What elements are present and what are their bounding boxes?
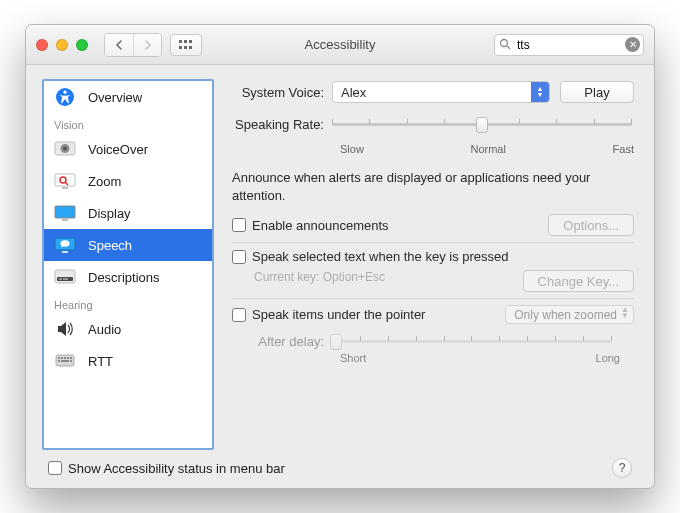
audio-icon (52, 318, 78, 340)
show-all-button[interactable] (170, 34, 202, 56)
sidebar-item-audio[interactable]: Audio (44, 313, 212, 345)
svg-point-6 (501, 39, 508, 46)
speaking-rate-slider[interactable] (332, 113, 632, 135)
svg-rect-27 (58, 357, 60, 359)
footer: Show Accessibility status in menu bar ? (42, 450, 638, 478)
svg-rect-33 (61, 360, 69, 362)
zoom-icon[interactable] (76, 39, 88, 51)
slider-thumb-icon[interactable] (476, 117, 488, 133)
help-button[interactable]: ? (612, 458, 632, 478)
options-button: Options... (548, 214, 634, 236)
rate-normal-label: Normal (470, 143, 505, 155)
svg-rect-5 (189, 46, 192, 49)
svg-rect-13 (55, 174, 75, 186)
enable-announcements-checkbox[interactable]: Enable announcements (232, 218, 389, 233)
svg-rect-32 (58, 360, 60, 362)
svg-rect-34 (70, 360, 72, 362)
back-button[interactable] (105, 34, 133, 56)
voiceover-icon (52, 138, 78, 160)
sidebar-item-label: Zoom (88, 174, 121, 189)
sidebar-item-label: Speech (88, 238, 132, 253)
search-wrap: ✕ (494, 34, 644, 56)
chevron-left-icon (115, 40, 124, 50)
checkbox-icon[interactable] (232, 218, 246, 232)
svg-rect-2 (189, 40, 192, 43)
sidebar-group-vision: Vision (44, 113, 212, 133)
play-button[interactable]: Play (560, 81, 634, 103)
svg-rect-3 (179, 46, 182, 49)
delay-long-label: Long (596, 352, 620, 364)
svg-rect-20 (62, 251, 68, 253)
system-voice-value: Alex (341, 85, 366, 100)
search-input[interactable] (494, 34, 644, 56)
sidebar-item-label: Overview (88, 90, 142, 105)
sidebar-group-hearing: Hearing (44, 293, 212, 313)
checkbox-icon[interactable] (232, 308, 246, 322)
rtt-icon (52, 350, 78, 372)
grid-icon (179, 40, 193, 50)
sidebar-item-zoom[interactable]: Zoom (44, 165, 212, 197)
change-key-button: Change Key... (523, 270, 634, 292)
sidebar-item-label: Audio (88, 322, 121, 337)
descriptions-icon (52, 266, 78, 288)
sidebar-item-rtt[interactable]: RTT (44, 345, 212, 377)
svg-rect-22 (55, 270, 75, 283)
rate-slow-label: Slow (340, 143, 364, 155)
separator (232, 298, 634, 299)
delay-short-label: Short (340, 352, 366, 364)
rate-fast-label: Fast (613, 143, 634, 155)
titlebar: Accessibility ✕ (26, 25, 654, 65)
sidebar-item-label: Display (88, 206, 131, 221)
svg-rect-17 (55, 206, 75, 218)
svg-rect-4 (184, 46, 187, 49)
settings-panel: System Voice: Alex ▲▼ Play Speaking Rate… (228, 79, 638, 450)
sidebar-item-descriptions[interactable]: Descriptions (44, 261, 212, 293)
checkbox-icon[interactable] (48, 461, 62, 475)
svg-rect-31 (70, 357, 72, 359)
nav-segment (104, 33, 162, 57)
show-status-checkbox[interactable]: Show Accessibility status in menu bar (48, 461, 285, 476)
svg-rect-28 (61, 357, 63, 359)
updown-icon: ▲▼ (531, 82, 549, 102)
sidebar-item-display[interactable]: Display (44, 197, 212, 229)
sidebar[interactable]: Overview Vision VoiceOver Zoom (42, 79, 214, 450)
clear-icon[interactable]: ✕ (625, 37, 640, 52)
question-icon: ? (619, 461, 626, 475)
speak-selected-checkbox[interactable]: Speak selected text when the key is pres… (232, 249, 509, 264)
svg-rect-30 (67, 357, 69, 359)
sidebar-item-speech[interactable]: Speech (44, 229, 212, 261)
speaking-rate-label: Speaking Rate: (232, 117, 332, 132)
sidebar-item-voiceover[interactable]: VoiceOver (44, 133, 212, 165)
after-delay-label: After delay: (232, 334, 332, 349)
checkbox-icon[interactable] (232, 250, 246, 264)
system-voice-popup[interactable]: Alex ▲▼ (332, 81, 550, 103)
close-icon[interactable] (36, 39, 48, 51)
chevron-right-icon (143, 40, 152, 50)
svg-rect-1 (184, 40, 187, 43)
speak-pointer-mode-select: Only when zoomed ▲▼ (505, 305, 634, 324)
minimize-icon[interactable] (56, 39, 68, 51)
updown-icon: ▲▼ (621, 307, 629, 319)
zoom-display-icon (52, 170, 78, 192)
after-delay-slider (332, 330, 612, 352)
sidebar-item-label: VoiceOver (88, 142, 148, 157)
speak-pointer-checkbox[interactable]: Speak items under the pointer (232, 307, 425, 322)
search-icon (499, 38, 511, 53)
announce-description: Announce when alerts are displayed or ap… (232, 169, 634, 204)
speech-icon (52, 234, 78, 256)
body: Overview Vision VoiceOver Zoom (26, 65, 654, 488)
separator (232, 242, 634, 243)
sidebar-item-overview[interactable]: Overview (44, 81, 212, 113)
sidebar-item-label: Descriptions (88, 270, 160, 285)
forward-button[interactable] (133, 34, 161, 56)
svg-rect-0 (179, 40, 182, 43)
svg-rect-25 (63, 279, 68, 280)
svg-point-9 (63, 91, 66, 94)
accessibility-icon (52, 86, 78, 108)
current-key-hint: Current key: Option+Esc (254, 270, 385, 284)
svg-rect-29 (64, 357, 66, 359)
display-icon (52, 202, 78, 224)
accessibility-window: Accessibility ✕ Overview Vision (25, 24, 655, 489)
system-voice-label: System Voice: (232, 85, 332, 100)
sidebar-item-label: RTT (88, 354, 113, 369)
